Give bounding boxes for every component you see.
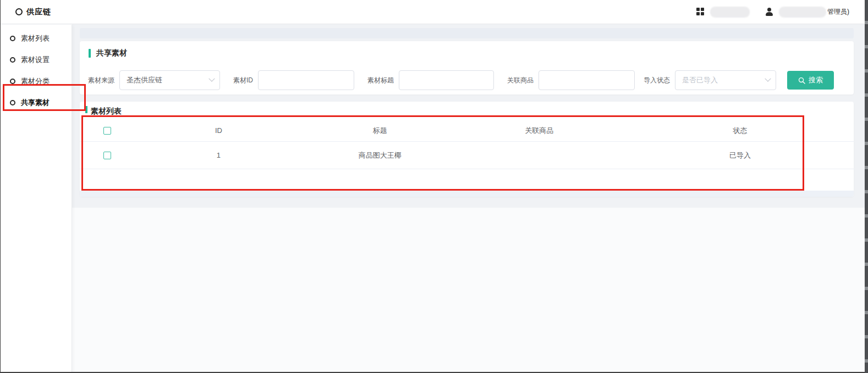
sidebar-item-label: 共享素材 (21, 98, 50, 108)
search-icon (798, 77, 805, 84)
circle-icon (10, 79, 15, 84)
import-status-placeholder: 是否已导入 (682, 75, 718, 85)
material-id-label: 素材ID (233, 76, 253, 85)
row-checkbox-cell (80, 151, 129, 160)
sidebar-item-shared-materials[interactable]: 共享素材 (1, 92, 72, 113)
row-checkbox[interactable] (103, 152, 111, 159)
source-label: 素材来源 (88, 76, 114, 85)
filter-row: 素材来源 圣杰供应链 素材ID 素材标题 关联商品 导入状态 是否已导入 搜索 (88, 70, 848, 90)
accent-bar-fragment (85, 106, 87, 113)
circle-icon (10, 57, 15, 63)
section-title: 共享素材 (96, 48, 127, 58)
admin-role-text: 管理员) (827, 7, 849, 16)
apps-grid-icon[interactable] (696, 8, 705, 16)
empty-tab-strip (80, 28, 854, 38)
chevron-down-icon (208, 76, 215, 82)
related-product-label: 关联商品 (507, 76, 534, 85)
import-status-select[interactable]: 是否已导入 (675, 70, 776, 90)
material-list-card: 素材列表 ID 标题 关联商品 状态 1 商品图大王椰 已导入 (80, 102, 854, 197)
app-logo: 供应链 (15, 7, 51, 17)
import-status-label: 导入状态 (644, 76, 670, 85)
sidebar-item-material-list[interactable]: 素材列表 (1, 27, 72, 49)
circle-icon (10, 100, 15, 105)
header-status: 状态 (627, 126, 854, 136)
sidebar-item-material-settings[interactable]: 素材设置 (1, 49, 72, 70)
header-checkbox-cell (80, 126, 129, 135)
header-title: 标题 (308, 126, 452, 136)
sidebar-item-label: 素材分类 (21, 76, 50, 86)
cell-id: 1 (129, 151, 308, 159)
redacted-shop-name (710, 7, 750, 18)
cell-status: 已导入 (627, 151, 854, 160)
table-title: 素材列表 (91, 107, 122, 116)
select-all-checkbox[interactable] (103, 127, 111, 135)
table-row: 1 商品图大王椰 已导入 (80, 142, 854, 169)
sidebar-item-label: 素材列表 (21, 34, 50, 43)
cell-title: 商品图大王椰 (308, 151, 452, 160)
search-button-label: 搜索 (809, 75, 823, 85)
search-button[interactable]: 搜索 (787, 71, 834, 90)
header-related-product: 关联商品 (452, 126, 627, 136)
redacted-user-name (779, 7, 826, 18)
chevron-down-icon (765, 76, 771, 82)
source-select-value: 圣杰供应链 (127, 75, 162, 85)
material-id-input[interactable] (258, 70, 354, 90)
circle-icon (10, 36, 15, 41)
user-icon[interactable] (765, 8, 773, 16)
sidebar-item-material-category[interactable]: 素材分类 (1, 70, 72, 92)
related-product-input[interactable] (539, 70, 635, 90)
table-footer-strip (80, 191, 854, 197)
right-edge-window-sliver (865, 0, 868, 373)
shared-materials-filter-card: 共享素材 素材来源 圣杰供应链 素材ID 素材标题 关联商品 导入状态 是否已导… (80, 41, 854, 94)
table-header-row: ID 标题 关联商品 状态 (80, 120, 854, 142)
materials-table: ID 标题 关联商品 状态 1 商品图大王椰 已导入 (80, 120, 854, 169)
topbar-user-area: 管理员) (696, 7, 849, 18)
top-bar: 供应链 管理员) (0, 0, 868, 24)
header-id: ID (129, 126, 308, 135)
source-select[interactable]: 圣杰供应链 (119, 70, 220, 90)
material-title-input[interactable] (399, 70, 494, 90)
sidebar: 素材列表 素材设置 素材分类 共享素材 (1, 25, 72, 373)
app-title: 供应链 (26, 7, 51, 17)
section-header: 共享素材 (80, 41, 854, 58)
accent-bar (89, 49, 91, 58)
window-left-edge (0, 0, 1, 373)
ring-logo-icon (15, 8, 23, 15)
material-title-label: 素材标题 (367, 76, 394, 85)
sidebar-item-label: 素材设置 (21, 55, 50, 65)
